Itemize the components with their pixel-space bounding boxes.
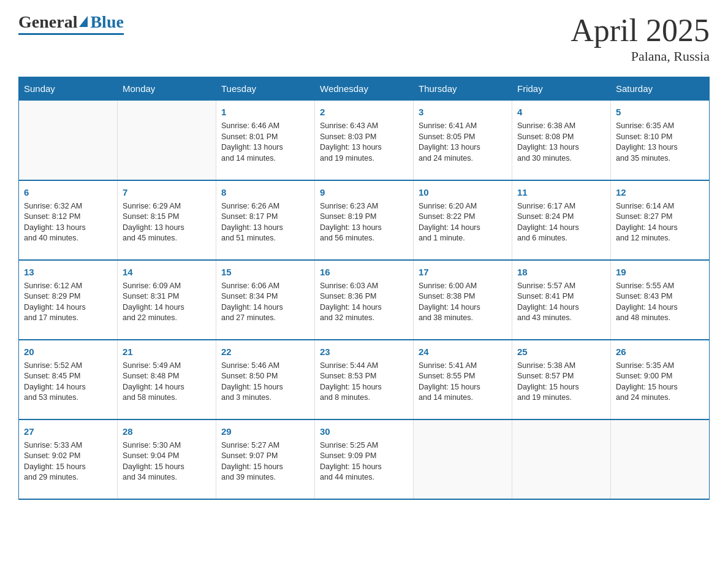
day-info-line: Sunrise: 6:32 AM [24, 201, 112, 212]
day-info-line: Sunrise: 5:41 AM [419, 361, 507, 372]
calendar-cell-w4d0: 20Sunrise: 5:52 AMSunset: 8:45 PMDayligh… [19, 340, 118, 419]
day-number: 1 [221, 105, 309, 118]
day-info-line: Sunrise: 5:44 AM [320, 361, 408, 372]
day-info-line: Sunset: 8:57 PM [517, 371, 605, 382]
day-info-line: Sunrise: 6:03 AM [320, 281, 408, 292]
calendar-cell-w2d5: 11Sunrise: 6:17 AMSunset: 8:24 PMDayligh… [512, 180, 611, 260]
day-info-line: Sunrise: 6:09 AM [123, 281, 211, 292]
day-info-line: Sunset: 8:45 PM [24, 371, 112, 382]
header-thursday: Thursday [414, 77, 512, 101]
day-number: 6 [24, 186, 112, 199]
day-info-line: Sunset: 8:10 PM [616, 132, 704, 143]
day-info-line: Sunset: 8:36 PM [320, 291, 408, 302]
day-info-line: Sunrise: 6:23 AM [320, 201, 408, 212]
calendar-cell-w3d6: 19Sunrise: 5:55 AMSunset: 8:43 PMDayligh… [611, 260, 710, 340]
week-row-4: 20Sunrise: 5:52 AMSunset: 8:45 PMDayligh… [19, 340, 710, 419]
day-info-line: Daylight: 14 hours [517, 223, 605, 234]
day-info-line: Sunrise: 6:38 AM [517, 121, 605, 132]
day-info-line: Daylight: 15 hours [221, 462, 309, 473]
calendar-cell-w3d5: 18Sunrise: 5:57 AMSunset: 8:41 PMDayligh… [512, 260, 611, 340]
calendar-cell-w3d4: 17Sunrise: 6:00 AMSunset: 8:38 PMDayligh… [414, 260, 512, 340]
day-info-line: Sunset: 8:12 PM [24, 212, 112, 223]
day-info-line: Sunrise: 5:25 AM [320, 440, 408, 451]
day-info-line: and 14 minutes. [419, 393, 507, 404]
header: General Blue April 2025 Palana, Russia [18, 12, 710, 64]
calendar-cell-w4d5: 25Sunrise: 5:38 AMSunset: 8:57 PMDayligh… [512, 340, 611, 419]
logo-underline [18, 33, 124, 35]
day-number: 27 [24, 425, 112, 438]
calendar-cell-w4d2: 22Sunrise: 5:46 AMSunset: 8:50 PMDayligh… [216, 340, 315, 419]
week-row-2: 6Sunrise: 6:32 AMSunset: 8:12 PMDaylight… [19, 180, 710, 260]
day-info-line: Daylight: 14 hours [616, 302, 704, 313]
day-info-line: and 38 minutes. [419, 313, 507, 324]
day-number: 22 [221, 345, 309, 358]
day-info-line: Daylight: 14 hours [24, 382, 112, 393]
day-number: 23 [320, 345, 408, 358]
day-number: 25 [517, 345, 605, 358]
day-info-line: Sunset: 8:05 PM [419, 132, 507, 143]
day-info-line: Sunset: 8:22 PM [419, 212, 507, 223]
calendar-cell-w1d2: 1Sunrise: 6:46 AMSunset: 8:01 PMDaylight… [216, 101, 315, 180]
logo-arrow-icon [79, 16, 88, 27]
day-number: 15 [221, 266, 309, 278]
day-info-line: Daylight: 15 hours [123, 462, 211, 473]
day-info-line: and 34 minutes. [123, 472, 211, 483]
day-info-line: Daylight: 13 hours [221, 223, 309, 234]
logo-blue-text: Blue [90, 12, 123, 32]
calendar-cell-w1d1 [118, 101, 216, 180]
day-number: 17 [419, 266, 507, 278]
day-info-line: Sunrise: 5:35 AM [616, 361, 704, 372]
day-info-line: and 32 minutes. [320, 313, 408, 324]
calendar-cell-w2d6: 12Sunrise: 6:14 AMSunset: 8:27 PMDayligh… [611, 180, 710, 260]
calendar-cell-w2d3: 9Sunrise: 6:23 AMSunset: 8:19 PMDaylight… [315, 180, 414, 260]
day-info-line: and 39 minutes. [221, 472, 309, 483]
day-info-line: Sunrise: 6:41 AM [419, 121, 507, 132]
header-monday: Monday [118, 77, 216, 101]
day-info-line: Daylight: 13 hours [419, 142, 507, 153]
day-info-line: Daylight: 13 hours [123, 223, 211, 234]
calendar-cell-w5d1: 28Sunrise: 5:30 AMSunset: 9:04 PMDayligh… [118, 419, 216, 499]
day-info-line: and 8 minutes. [320, 393, 408, 404]
day-info-line: Sunrise: 6:35 AM [616, 121, 704, 132]
day-info-line: Sunrise: 5:30 AM [123, 440, 211, 451]
day-number: 7 [123, 186, 211, 199]
day-number: 2 [320, 105, 408, 118]
calendar-cell-w4d3: 23Sunrise: 5:44 AMSunset: 8:53 PMDayligh… [315, 340, 414, 419]
day-number: 11 [517, 186, 605, 199]
day-info-line: and 44 minutes. [320, 472, 408, 483]
calendar-cell-w4d6: 26Sunrise: 5:35 AMSunset: 9:00 PMDayligh… [611, 340, 710, 419]
day-info-line: and 48 minutes. [616, 313, 704, 324]
day-number: 16 [320, 266, 408, 278]
day-info-line: and 53 minutes. [24, 393, 112, 404]
calendar-cell-w5d0: 27Sunrise: 5:33 AMSunset: 9:02 PMDayligh… [19, 419, 118, 499]
day-number: 29 [221, 425, 309, 438]
calendar-cell-w1d0 [19, 101, 118, 180]
calendar-cell-w1d5: 4Sunrise: 6:38 AMSunset: 8:08 PMDaylight… [512, 101, 611, 180]
week-row-5: 27Sunrise: 5:33 AMSunset: 9:02 PMDayligh… [19, 419, 710, 499]
day-number: 14 [123, 266, 211, 278]
day-info-line: Sunset: 8:48 PM [123, 371, 211, 382]
day-number: 4 [517, 105, 605, 118]
day-info-line: Daylight: 13 hours [24, 223, 112, 234]
day-info-line: Sunrise: 6:26 AM [221, 201, 309, 212]
day-info-line: Sunset: 8:53 PM [320, 371, 408, 382]
day-info-line: Sunset: 8:38 PM [419, 291, 507, 302]
day-info-line: Daylight: 13 hours [616, 142, 704, 153]
calendar-title: April 2025 [571, 12, 710, 48]
day-info-line: Daylight: 15 hours [221, 382, 309, 393]
day-info-line: Sunset: 8:31 PM [123, 291, 211, 302]
day-info-line: Sunrise: 5:46 AM [221, 361, 309, 372]
day-info-line: and 22 minutes. [123, 313, 211, 324]
calendar-table: SundayMondayTuesdayWednesdayThursdayFrid… [18, 77, 710, 500]
day-info-line: and 17 minutes. [24, 313, 112, 324]
day-info-line: Daylight: 15 hours [320, 382, 408, 393]
day-info-line: Sunset: 9:00 PM [616, 371, 704, 382]
calendar-cell-w5d4 [414, 419, 512, 499]
day-info-line: Sunrise: 5:52 AM [24, 361, 112, 372]
day-info-line: Sunrise: 6:12 AM [24, 281, 112, 292]
day-info-line: Daylight: 13 hours [517, 142, 605, 153]
week-row-1: 1Sunrise: 6:46 AMSunset: 8:01 PMDaylight… [19, 101, 710, 180]
day-info-line: Sunset: 8:01 PM [221, 132, 309, 143]
day-info-line: Daylight: 14 hours [123, 302, 211, 313]
day-info-line: Daylight: 15 hours [320, 462, 408, 473]
